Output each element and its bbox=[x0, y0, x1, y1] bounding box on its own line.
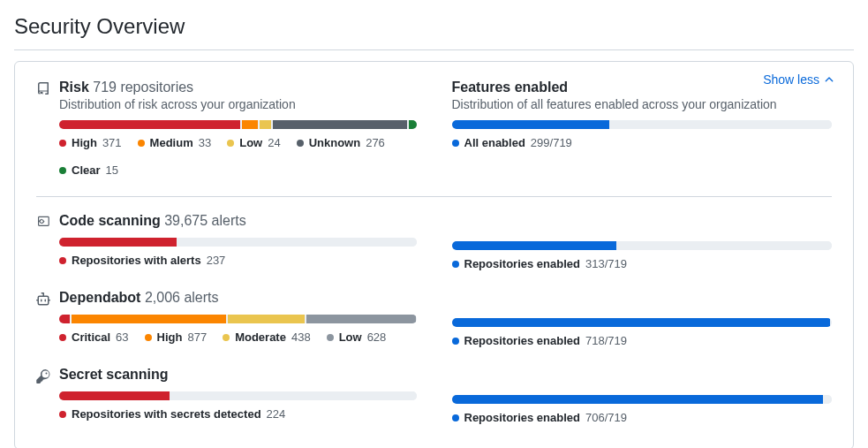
legend-dot bbox=[327, 334, 334, 341]
dependabot-enabled-section: Repositories enabled718/719 bbox=[452, 290, 833, 347]
title-divider bbox=[14, 49, 854, 50]
secret-scanning-section: Secret scanning Repositories with secret… bbox=[36, 367, 417, 421]
legend-value: 237 bbox=[207, 254, 226, 267]
features-subtitle: Distribution of all features enabled acr… bbox=[452, 97, 833, 111]
features-legend: All enabled299/719 bbox=[452, 136, 833, 149]
legend-dot bbox=[59, 411, 66, 418]
dependabot-enabled-bar bbox=[452, 318, 833, 327]
bar-segment bbox=[452, 318, 830, 327]
legend-value: 877 bbox=[187, 330, 207, 344]
secret-scanning-title[interactable]: Secret scanning bbox=[59, 367, 417, 383]
legend-item[interactable]: All enabled299/719 bbox=[452, 136, 572, 149]
legend-item[interactable]: High371 bbox=[59, 136, 122, 149]
secret-scanning-enabled-section: Repositories enabled706/719 bbox=[452, 367, 833, 424]
legend-item[interactable]: Repositories enabled718/719 bbox=[452, 334, 627, 347]
bar-segment bbox=[228, 315, 305, 323]
code-scanning-legend: Repositories with alerts237 bbox=[59, 254, 417, 267]
legend-item[interactable]: High877 bbox=[145, 330, 208, 344]
show-less-toggle[interactable]: Show less bbox=[763, 72, 835, 87]
dependabot-bar bbox=[59, 315, 417, 323]
legend-dot bbox=[59, 140, 66, 147]
bar-segment bbox=[59, 391, 170, 400]
risk-subtitle: Distribution of risk across your organiz… bbox=[59, 97, 417, 111]
legend-dot bbox=[297, 140, 304, 147]
legend-value: 628 bbox=[367, 330, 387, 344]
legend-value: 15 bbox=[106, 163, 118, 177]
legend-value: 438 bbox=[291, 330, 311, 344]
risk-section: Risk 719 repositories Distribution of ri… bbox=[36, 80, 417, 177]
bar-segment bbox=[260, 120, 271, 129]
bar-segment bbox=[452, 241, 616, 250]
legend-value: 371 bbox=[102, 136, 122, 149]
bar-segment bbox=[273, 120, 407, 129]
code-scanning-enabled-section: Repositories enabled313/719 bbox=[452, 213, 833, 270]
risk-bar bbox=[59, 120, 417, 129]
legend-label: High bbox=[157, 330, 183, 344]
legend-value: 299/719 bbox=[531, 136, 572, 149]
bar-segment bbox=[618, 241, 832, 250]
bar-segment bbox=[452, 395, 824, 404]
bar-segment bbox=[306, 315, 417, 323]
dependabot-icon bbox=[36, 292, 50, 307]
code-scanning-enabled-legend: Repositories enabled313/719 bbox=[452, 257, 833, 270]
section-divider bbox=[36, 196, 832, 197]
legend-item[interactable]: Repositories enabled313/719 bbox=[452, 257, 627, 270]
legend-label: Low bbox=[339, 330, 362, 344]
legend-item[interactable]: Low24 bbox=[227, 136, 280, 149]
repo-icon bbox=[36, 82, 50, 96]
legend-label: Medium bbox=[150, 136, 193, 149]
legend-dot bbox=[145, 334, 152, 341]
legend-value: 33 bbox=[199, 136, 211, 149]
legend-item[interactable]: Critical63 bbox=[59, 330, 129, 344]
risk-title[interactable]: Risk 719 repositories bbox=[59, 80, 417, 95]
bar-segment bbox=[611, 120, 832, 129]
chevron-up-icon bbox=[823, 73, 835, 86]
dependabot-enabled-legend: Repositories enabled718/719 bbox=[452, 334, 833, 347]
bar-segment bbox=[242, 120, 258, 129]
legend-item[interactable]: Low628 bbox=[327, 330, 387, 344]
bar-segment bbox=[452, 120, 609, 129]
dependabot-title[interactable]: Dependabot 2,006 alerts bbox=[59, 290, 417, 306]
legend-label: All enabled bbox=[464, 136, 525, 149]
legend-item[interactable]: Clear15 bbox=[59, 163, 118, 177]
legend-dot bbox=[223, 334, 230, 341]
legend-item[interactable]: Medium33 bbox=[138, 136, 212, 149]
legend-label: Repositories with secrets detected bbox=[72, 407, 261, 421]
legend-item[interactable]: Repositories with secrets detected224 bbox=[59, 407, 285, 421]
secret-scanning-enabled-bar bbox=[452, 395, 833, 404]
bar-segment bbox=[825, 395, 832, 404]
legend-value: 313/719 bbox=[585, 257, 627, 270]
features-bar bbox=[452, 120, 833, 129]
code-scanning-title[interactable]: Code scanning 39,675 alerts bbox=[59, 213, 417, 229]
bar-segment bbox=[409, 120, 416, 129]
secret-scanning-legend: Repositories with secrets detected224 bbox=[59, 407, 417, 421]
legend-dot bbox=[59, 257, 66, 264]
code-scanning-bar bbox=[59, 238, 417, 247]
legend-value: 718/719 bbox=[585, 334, 627, 347]
legend-item[interactable]: Repositories enabled706/719 bbox=[452, 411, 627, 424]
page-title: Security Overview bbox=[14, 14, 854, 39]
legend-item[interactable]: Repositories with alerts237 bbox=[59, 254, 225, 267]
legend-label: Low bbox=[239, 136, 262, 149]
legend-item[interactable]: Unknown276 bbox=[297, 136, 385, 149]
legend-dot bbox=[452, 261, 459, 268]
legend-item[interactable]: Moderate438 bbox=[223, 330, 311, 344]
legend-dot bbox=[138, 140, 145, 147]
legend-dot bbox=[452, 338, 459, 345]
bar-segment bbox=[59, 315, 70, 323]
legend-value: 706/719 bbox=[585, 411, 627, 424]
legend-label: Critical bbox=[72, 330, 110, 344]
legend-label: Clear bbox=[72, 163, 101, 177]
legend-label: Repositories enabled bbox=[464, 334, 580, 347]
legend-value: 24 bbox=[268, 136, 280, 149]
legend-dot bbox=[227, 140, 234, 147]
overview-card: Show less Risk 719 repositories Distribu… bbox=[14, 61, 854, 448]
legend-label: Unknown bbox=[309, 136, 361, 149]
key-icon bbox=[36, 369, 50, 383]
secret-scanning-enabled-legend: Repositories enabled706/719 bbox=[452, 411, 833, 424]
bar-segment bbox=[178, 238, 417, 247]
code-scanning-section: Code scanning 39,675 alerts Repositories… bbox=[36, 213, 417, 267]
dependabot-legend: Critical63High877Moderate438Low628 bbox=[59, 330, 417, 344]
legend-label: Moderate bbox=[235, 330, 286, 344]
bar-segment bbox=[171, 391, 416, 400]
